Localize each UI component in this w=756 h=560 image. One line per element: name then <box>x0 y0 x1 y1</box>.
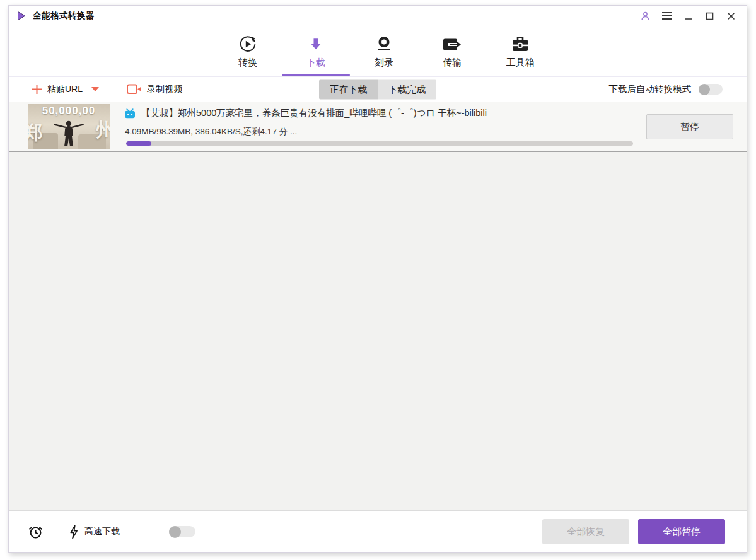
plus-icon <box>32 84 42 95</box>
transfer-icon <box>443 35 462 54</box>
toolbox-icon <box>511 35 529 54</box>
thumbnail-overlay-top: 50,000,00 <box>28 105 110 117</box>
thumbnail-overlay-left: 郑 <box>28 120 43 146</box>
tab-download-label: 下载 <box>306 57 325 69</box>
titlebar: 全能格式转换器 <box>9 6 747 26</box>
toggle-knob <box>169 526 181 538</box>
download-toolbar: 粘贴URL 录制视频 正在下载 下载完成 下载后自动转换模式 <box>9 77 747 102</box>
lightning-icon <box>69 525 78 539</box>
divider <box>55 522 55 541</box>
download-title: 【艾叔】郑州5000万豪宅里，养条巨贵有没有排面_哔哩哔哩 (゜-゜)つロ 干杯… <box>141 107 487 119</box>
tab-burn[interactable]: 刻录 <box>350 26 418 76</box>
download-progress-bar <box>126 141 633 146</box>
maximize-button[interactable] <box>701 8 718 23</box>
close-button[interactable] <box>723 8 739 23</box>
convert-icon <box>239 35 257 54</box>
tab-toolbox[interactable]: 工具箱 <box>486 26 554 76</box>
download-filter-tabs: 正在下载 下载完成 <box>319 79 436 99</box>
menu-icon[interactable] <box>658 8 675 23</box>
app-title: 全能格式转换器 <box>33 10 95 21</box>
burn-icon <box>375 35 393 54</box>
footer-bar: 高速下载 全部恢复 全部暂停 <box>9 510 747 552</box>
tab-transfer[interactable]: 传输 <box>418 26 486 76</box>
tab-convert-label: 转换 <box>238 57 257 69</box>
video-camera-icon <box>127 84 142 95</box>
main-nav: 转换 下载 刻录 传输 <box>9 26 747 77</box>
auto-convert-toggle[interactable] <box>699 84 723 95</box>
paste-url-button[interactable]: 粘贴URL <box>32 84 99 95</box>
download-icon <box>308 35 324 54</box>
resume-all-button[interactable]: 全部恢复 <box>542 519 629 544</box>
bilibili-icon <box>124 108 136 119</box>
high-speed-download-toggle[interactable] <box>169 526 195 537</box>
tab-toolbox-label: 工具箱 <box>506 57 535 69</box>
person-silhouette <box>51 120 86 147</box>
auto-convert-label: 下载后自动转换模式 <box>609 83 692 95</box>
tab-downloading[interactable]: 正在下载 <box>319 79 378 99</box>
thumbnail-overlay-right: 州 <box>96 117 110 143</box>
download-stats: 4.09MB/98.39MB, 386.04KB/S,还剩4.17 分 ... <box>125 126 620 137</box>
download-item-row[interactable]: 50,000,00 郑 州 【艾叔】郑州5000万豪宅里，养条巨贵有没有排面_哔… <box>9 102 747 152</box>
chevron-down-icon[interactable] <box>91 87 99 91</box>
minimize-button[interactable] <box>680 8 696 23</box>
pause-button[interactable]: 暂停 <box>646 114 733 139</box>
download-list-empty-area <box>9 152 747 510</box>
video-thumbnail: 50,000,00 郑 州 <box>28 104 110 149</box>
app-logo-play-icon <box>15 9 28 22</box>
scheduler-clock-icon[interactable] <box>28 524 44 540</box>
paste-url-label: 粘贴URL <box>47 84 83 95</box>
progress-fill <box>126 141 151 146</box>
record-video-label: 录制视频 <box>147 84 182 95</box>
tab-burn-label: 刻录 <box>375 57 393 69</box>
app-window: 全能格式转换器 转换 <box>8 5 747 553</box>
toggle-knob <box>699 84 710 95</box>
record-video-button[interactable]: 录制视频 <box>127 84 182 95</box>
pause-all-button[interactable]: 全部暂停 <box>638 519 725 544</box>
account-icon[interactable] <box>637 8 653 23</box>
tab-download[interactable]: 下载 <box>282 26 350 76</box>
tab-convert[interactable]: 转换 <box>214 26 282 76</box>
tab-download-finished[interactable]: 下载完成 <box>378 79 436 99</box>
tab-transfer-label: 传输 <box>443 57 462 69</box>
high-speed-download-label: 高速下载 <box>84 526 120 537</box>
